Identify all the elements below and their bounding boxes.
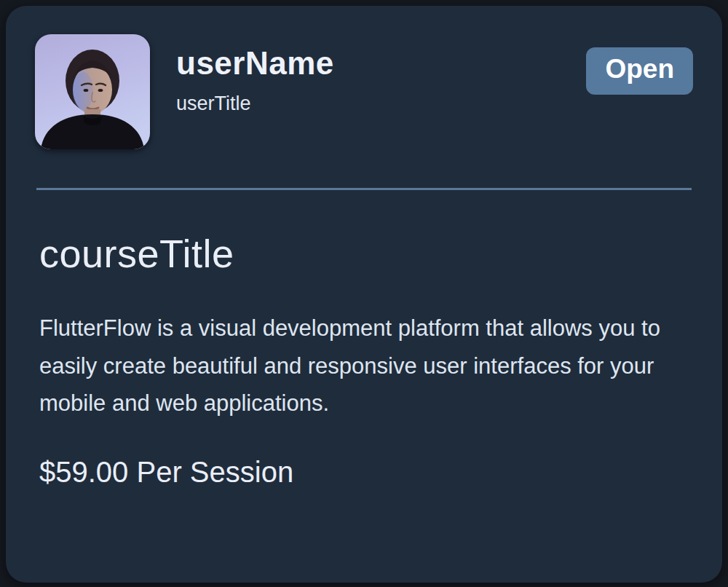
user-portrait-image [35, 34, 150, 149]
user-name: userName [176, 44, 586, 83]
divider [36, 188, 692, 190]
card-header: userName userTitle Open [35, 34, 693, 149]
course-price: $59.00 Per Session [39, 454, 693, 489]
course-description: FlutterFlow is a visual development plat… [39, 310, 686, 422]
user-avatar [35, 34, 150, 149]
user-title: userTitle [176, 92, 586, 115]
course-card: userName userTitle Open courseTitle Flut… [6, 6, 722, 583]
user-info: userName userTitle [176, 44, 586, 115]
course-title: courseTitle [39, 231, 693, 276]
open-button[interactable]: Open [586, 47, 693, 95]
screen-background: userName userTitle Open courseTitle Flut… [0, 0, 728, 587]
